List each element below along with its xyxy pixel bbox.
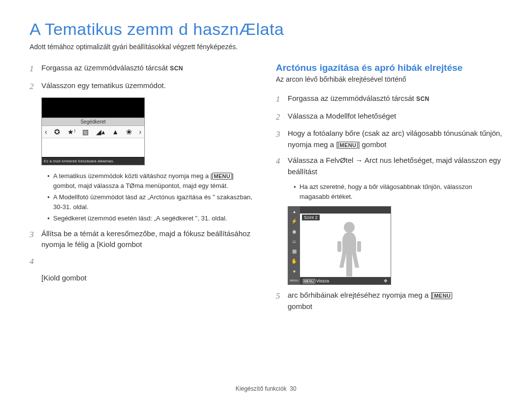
move-icon: ✥: [384, 278, 388, 283]
step-4-extra: [Kiold gombot: [41, 273, 256, 284]
night-icon: ★⁾: [67, 128, 75, 136]
footer-page-number: 30: [290, 385, 296, 392]
mode-icon-row: ‹ ✪ ★⁾ ▧ ◢▴ ▲ ❀ ›: [42, 126, 144, 138]
page-title: A Tematikus zemm d hasznÆlata: [30, 20, 502, 39]
closeup-icon: ❀: [126, 128, 132, 136]
step-number-3: 3: [30, 228, 41, 241]
step-1-text: Forgassa az üzemmódválasztó tárcsát SCN: [41, 62, 256, 74]
step-number-2r: 2: [276, 111, 288, 123]
step-5r-text: arc bőrhibáinak elrejtéséhez nyomja meg …: [288, 290, 502, 312]
step-number-2: 2: [30, 80, 41, 93]
svg-point-0: [344, 222, 355, 233]
svg-rect-1: [337, 241, 341, 252]
step-number-5r: 5: [276, 290, 288, 303]
section-title: Arctónus igazítása és apró hibák elrejté…: [276, 62, 502, 73]
step-number-1: 1: [30, 62, 41, 75]
up-icon: ▴: [293, 209, 296, 214]
camera-sidebar: ▴ ⚡ ◉ ☺ ▦ ✋ ▾ MENU: [288, 207, 300, 284]
scn-badge: SCN: [170, 65, 183, 72]
step-number-4: 4: [30, 255, 41, 268]
bullet-item: Segédkeret üzemmód esetén lásd: „A segéd…: [47, 214, 256, 223]
person-silhouette-icon: [330, 218, 369, 278]
arrow-left-icon: ‹: [45, 128, 47, 136]
menu-badge: MENU: [432, 292, 452, 299]
back-label: Vissza: [316, 278, 329, 283]
left-bullets: A tematikus üzemmódok közti váltáshoz ny…: [47, 171, 256, 223]
arrow-right-icon: ›: [139, 128, 141, 136]
page-footer: Kiegészítő funkciók 30: [0, 385, 532, 392]
menu-badge: MENU: [338, 142, 358, 149]
flash-off-icon: ⚡: [291, 219, 297, 224]
step-1r-text: Forgassa az üzemmódválasztó tárcsát SCN: [288, 93, 502, 104]
grid-icon: ▦: [292, 249, 297, 254]
step-2r-text: Válassza a Modellfot lehetőséget: [288, 111, 502, 122]
menu-small-icon: MENU: [290, 279, 299, 282]
mode-bar-title: Segédkeret: [42, 118, 144, 126]
step-number-4r: 4: [276, 155, 288, 168]
bullet-item: A tematikus üzemmódok közti váltáshoz ny…: [47, 171, 256, 190]
svg-rect-2: [357, 241, 361, 252]
left-column: 1 Forgassa az üzemmódválasztó tárcsát SC…: [30, 62, 256, 317]
face-icon: ☺: [292, 239, 297, 244]
section-desc: Az arcon lévő bőrhibák elrejtésével tört…: [276, 75, 502, 83]
bullet-item: A Modellfotó üzemmódot lásd az „Arctónus…: [47, 192, 256, 212]
page-subtitle: Adott témához optimalizált gyári beállít…: [30, 43, 502, 51]
step-number-1r: 1: [276, 93, 288, 106]
footer-section: Kiegészítő funkciók: [235, 385, 286, 392]
level-label: Szint 2: [302, 215, 320, 220]
camera-screenshot-guide-frame: Segédkeret ‹ ✪ ★⁾ ▧ ◢▴ ▲ ❀ › Ez a mód em…: [41, 97, 145, 165]
step-4r-text: Válassza a FelvØtel → Arct nus lehetőség…: [288, 155, 502, 177]
step-number-3r: 3: [276, 128, 288, 141]
people-icon: ▧: [82, 128, 89, 136]
bullet-item: Ha azt szeretné, hogy a bőr világosabbna…: [294, 182, 502, 201]
step-3-text: Állítsa be a témát a keresőmezőbe, majd …: [41, 228, 256, 250]
right-bullets: Ha azt szeretné, hogy a bőr világosabbna…: [294, 182, 502, 201]
face-detect-icon: ◉: [292, 229, 297, 234]
scn-badge: SCN: [416, 95, 430, 102]
children-icon: ◢▴: [96, 128, 105, 136]
step-3r-text: Hogy a fotóalany bőre (csak az arc) vilá…: [288, 128, 502, 150]
step-2-text: Válasszon egy tematikus üzemmódot.: [41, 80, 256, 92]
portrait-icon: ✪: [54, 128, 60, 136]
hand-icon: ✋: [291, 259, 297, 264]
down-icon: ▾: [293, 269, 296, 274]
landscape-icon: ▲: [112, 128, 119, 136]
camera-screenshot-retouch: ▴ ⚡ ◉ ☺ ▦ ✋ ▾ MENU Szint 2 MENUV: [288, 206, 391, 285]
right-column: Arctónus igazítása és apró hibák elrejté…: [276, 62, 502, 317]
mode-desc-bar: Ez a mód emberek fotózására alkalmas.: [42, 157, 144, 165]
menu-badge: MENU: [212, 173, 232, 180]
